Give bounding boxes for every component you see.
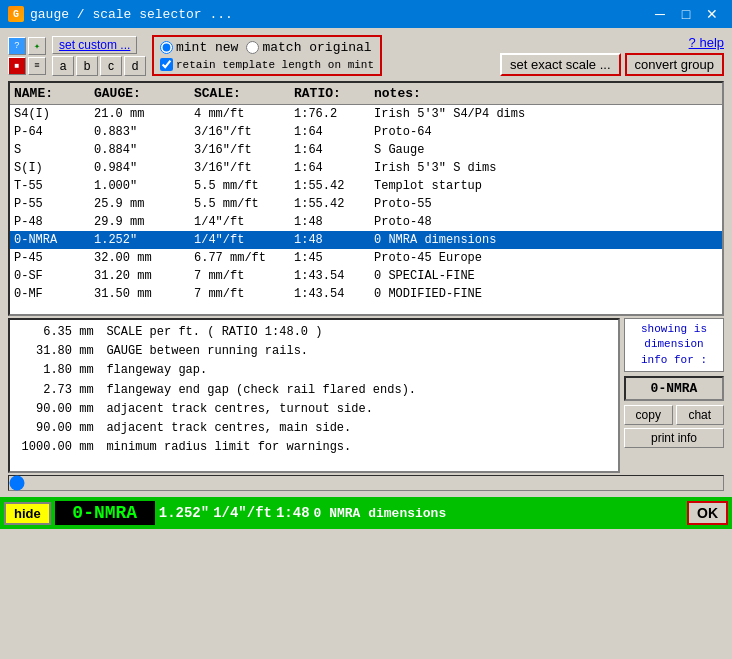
info-desc: adjacent track centres, main side.	[106, 421, 351, 435]
hide-button[interactable]: hide	[4, 502, 51, 525]
print-info-button[interactable]: print info	[624, 428, 724, 448]
icon-btn-4[interactable]: ≡	[28, 57, 46, 75]
icon-btn-1[interactable]: ?	[8, 37, 26, 55]
cell-scale: 6.77 mm/ft	[190, 250, 290, 266]
cell-notes: Proto-64	[370, 124, 722, 140]
cell-name: 0-MF	[10, 286, 90, 302]
cell-name: S	[10, 142, 90, 158]
ok-button[interactable]: OK	[687, 501, 728, 525]
cell-scale: 3/16"/ft	[190, 124, 290, 140]
h-scroll-area[interactable]	[8, 475, 724, 491]
icon-btn-2[interactable]: ✦	[28, 37, 46, 55]
radio-section: mint new match original retain template …	[152, 35, 382, 76]
info-desc: flangeway end gap (check rail flared end…	[106, 383, 416, 397]
match-original-input[interactable]	[246, 41, 259, 54]
cell-scale: 7 mm/ft	[190, 304, 290, 305]
cell-notes: 0 MODIFIED-FINE	[370, 286, 722, 302]
table-row[interactable]: P-55 25.9 mm 5.5 mm/ft 1:55.42 Proto-55	[10, 195, 722, 213]
table-row[interactable]: P-45 32.00 mm 6.77 mm/ft 1:45 Proto-45 E…	[10, 249, 722, 267]
icon-btn-3[interactable]: ■	[8, 57, 26, 75]
table-row[interactable]: P-64 0.883" 3/16"/ft 1:64 Proto-64	[10, 123, 722, 141]
help-button[interactable]: ? help	[689, 35, 724, 50]
table-header: NAME: GAUGE: SCALE: RATIO: notes:	[10, 83, 722, 105]
table-row[interactable]: P-48 29.9 mm 1/4"/ft 1:48 Proto-48	[10, 213, 722, 231]
showing-line3: info for :	[641, 354, 707, 366]
checkbox-row: retain template length on mint	[160, 58, 374, 71]
table-row[interactable]: 0-SF 31.20 mm 7 mm/ft 1:43.54 0 SPECIAL-…	[10, 267, 722, 285]
minimize-button[interactable]: ─	[648, 4, 672, 24]
info-desc: flangeway gap.	[106, 363, 207, 377]
cell-ratio: 1:55.42	[290, 178, 370, 194]
info-right: showing is dimension info for : 0-NMRA c…	[624, 318, 724, 473]
set-exact-scale-button[interactable]: set exact scale ...	[500, 53, 620, 76]
cell-notes: Irish 5'3" S dims	[370, 160, 722, 176]
table-row[interactable]: 0-NMRA 1.252" 1/4"/ft 1:48 0 NMRA dimens…	[10, 231, 722, 249]
convert-group-button[interactable]: convert group	[625, 53, 725, 76]
cell-notes: Irish 5'3" S4/P4 dims	[370, 106, 722, 122]
cell-ratio: 1:43.54	[290, 304, 370, 305]
showing-box: showing is dimension info for :	[624, 318, 724, 372]
table-body[interactable]: S4(I) 21.0 mm 4 mm/ft 1:76.2 Irish 5'3" …	[10, 105, 722, 305]
info-number: 6.35	[14, 323, 72, 342]
cell-ratio: 1:48	[290, 232, 370, 248]
right-buttons: ? help set exact scale ... convert group	[500, 35, 724, 76]
col-scale: SCALE:	[190, 85, 290, 102]
info-line: 90.00 mm adjacent track centres, main si…	[14, 419, 614, 438]
table-row[interactable]: 0-MF 31.50 mm 7 mm/ft 1:43.54 0 MODIFIED…	[10, 285, 722, 303]
cell-name: P-64	[10, 124, 90, 140]
info-desc: SCALE per ft. ( RATIO 1:48.0 )	[106, 325, 322, 339]
table-row[interactable]: S 0.884" 3/16"/ft 1:64 S Gauge	[10, 141, 722, 159]
cell-name: 0-AMRA	[10, 304, 90, 305]
app-icon: G	[8, 6, 24, 22]
info-unit: mm	[79, 419, 99, 438]
info-unit: mm	[79, 400, 99, 419]
cell-notes: Proto-45 Europe	[370, 250, 722, 266]
info-text-area: 6.35 mm SCALE per ft. ( RATIO 1:48.0 )31…	[8, 318, 620, 473]
letter-b-button[interactable]: b	[76, 56, 98, 76]
letter-c-button[interactable]: c	[100, 56, 122, 76]
close-button[interactable]: ✕	[700, 4, 724, 24]
cell-notes: 0 SPECIAL-FINE	[370, 268, 722, 284]
match-original-radio[interactable]: match original	[246, 40, 371, 55]
letter-a-button[interactable]: a	[52, 56, 74, 76]
cell-gauge: 0.984"	[90, 160, 190, 176]
cell-notes: 0 NMRA dimensions	[370, 232, 722, 248]
chat-button[interactable]: chat	[676, 405, 725, 425]
mint-new-radio[interactable]: mint new	[160, 40, 238, 55]
table-row[interactable]: T-55 1.000" 5.5 mm/ft 1:55.42 Templot st…	[10, 177, 722, 195]
retain-template-checkbox[interactable]	[160, 58, 173, 71]
table-row[interactable]: 0-AMRA 31.875mm 7 mm/ft 1:43.54 0 AMRA A…	[10, 303, 722, 305]
maximize-button[interactable]: □	[674, 4, 698, 24]
info-line: 31.80 mm GAUGE between running rails.	[14, 342, 614, 361]
small-buttons: copy chat print info	[624, 405, 724, 448]
cell-notes: 0 AMRA Australia	[370, 304, 722, 305]
cell-gauge: 1.252"	[90, 232, 190, 248]
main-content: ? ✦ ■ ≡ set custom ... a b c d m	[0, 28, 732, 495]
cell-gauge: 25.9 mm	[90, 196, 190, 212]
cell-name: 0-NMRA	[10, 232, 90, 248]
table-row[interactable]: S(I) 0.984" 3/16"/ft 1:64 Irish 5'3" S d…	[10, 159, 722, 177]
col-notes: notes:	[370, 85, 722, 102]
set-custom-button[interactable]: set custom ...	[52, 36, 137, 54]
h-scrollbar[interactable]	[9, 477, 723, 489]
info-unit: mm	[79, 361, 99, 380]
cell-scale: 1/4"/ft	[190, 232, 290, 248]
table-row[interactable]: S4(I) 21.0 mm 4 mm/ft 1:76.2 Irish 5'3" …	[10, 105, 722, 123]
cell-scale: 4 mm/ft	[190, 106, 290, 122]
info-desc: adjacent track centres, turnout side.	[106, 402, 372, 416]
copy-button[interactable]: copy	[624, 405, 673, 425]
cell-scale: 3/16"/ft	[190, 160, 290, 176]
info-number: 1.80	[14, 361, 72, 380]
set-custom-section: set custom ... a b c d	[52, 36, 146, 76]
cell-name: S4(I)	[10, 106, 90, 122]
cell-name: P-48	[10, 214, 90, 230]
title-bar-title: gauge / scale selector ...	[30, 7, 233, 22]
cell-ratio: 1:43.54	[290, 286, 370, 302]
letter-d-button[interactable]: d	[124, 56, 146, 76]
mint-new-input[interactable]	[160, 41, 173, 54]
cell-gauge: 29.9 mm	[90, 214, 190, 230]
showing-gauge: 0-NMRA	[624, 376, 724, 401]
info-line: 1.80 mm flangeway gap.	[14, 361, 614, 380]
showing-line1: showing is	[641, 323, 707, 335]
cell-notes: Proto-55	[370, 196, 722, 212]
